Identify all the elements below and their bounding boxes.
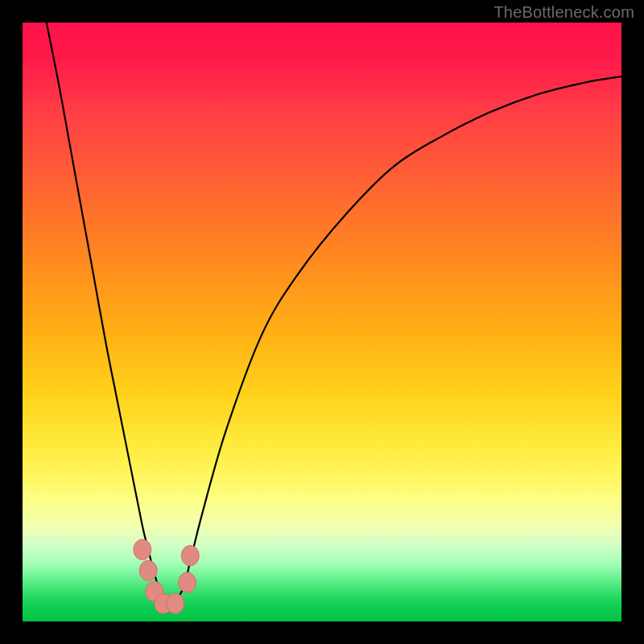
bottleneck-curve	[47, 23, 621, 605]
highlight-dot	[179, 572, 196, 592]
highlight-dot	[134, 539, 151, 559]
plot-area	[23, 23, 621, 621]
attribution-text: TheBottleneck.com	[493, 3, 634, 22]
highlight-dots	[134, 539, 200, 613]
curve-svg	[23, 23, 621, 621]
highlight-dot	[167, 593, 184, 613]
chart-frame: TheBottleneck.com	[0, 0, 644, 644]
highlight-dot	[181, 546, 199, 566]
highlight-dot	[139, 560, 157, 580]
